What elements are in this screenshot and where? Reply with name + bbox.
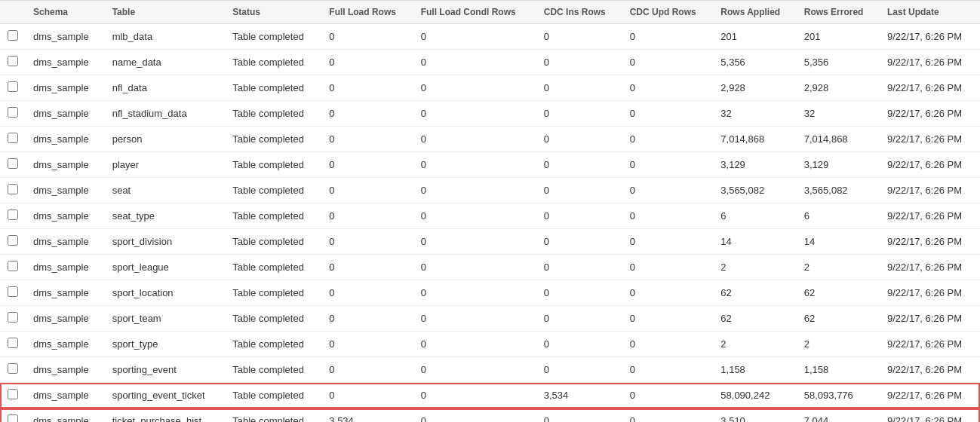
row-checkbox[interactable] [8, 286, 18, 297]
row-c4: 0 [622, 280, 714, 306]
row-checkbox[interactable] [8, 261, 18, 271]
row-checkbox[interactable] [8, 30, 18, 41]
row-rows: 3,510 [713, 408, 796, 423]
row-schema: dms_sample [26, 229, 105, 255]
row-rows: 3,565,082 [713, 178, 796, 203]
row-checkbox[interactable] [8, 414, 18, 422]
table-row: dms_sample name_data Table completed 0 0… [0, 50, 980, 75]
row-table: sporting_event_ticket [105, 383, 226, 408]
table-row: dms_sample sporting_event_ticket Table c… [0, 383, 980, 408]
row-c3: 0 [536, 306, 622, 332]
row-c4: 0 [622, 101, 714, 127]
row-checkbox[interactable] [8, 107, 18, 118]
row-checkbox-cell [0, 24, 26, 50]
row-status: Table completed [225, 383, 321, 408]
col-status: Status [225, 1, 321, 24]
row-c2: 0 [413, 408, 536, 423]
row-schema: dms_sample [26, 306, 105, 332]
table-header-row: Schema Table Status Full Load Rows Full … [0, 1, 980, 24]
data-table: Schema Table Status Full Load Rows Full … [0, 0, 980, 422]
row-total: 62 [797, 280, 880, 306]
row-table: nfl_data [105, 75, 226, 101]
row-c1: 0 [321, 280, 413, 306]
row-status: Table completed [225, 357, 321, 383]
row-c2: 0 [413, 127, 536, 152]
row-table: ticket_purchase_hist [105, 408, 226, 423]
row-schema: dms_sample [26, 127, 105, 152]
row-total: 201 [797, 24, 880, 50]
row-checkbox-cell [0, 280, 26, 306]
row-schema: dms_sample [26, 203, 105, 229]
row-checkbox[interactable] [8, 81, 18, 92]
col-c3: CDC Ins Rows [536, 1, 622, 24]
row-c2: 0 [413, 75, 536, 101]
row-updated: 9/22/17, 6:26 PM [880, 332, 980, 357]
row-checkbox-cell [0, 408, 26, 423]
row-updated: 9/22/17, 6:26 PM [880, 24, 980, 50]
row-c3: 0 [536, 357, 622, 383]
row-checkbox[interactable] [8, 338, 18, 348]
row-checkbox[interactable] [8, 133, 18, 143]
row-c2: 0 [413, 152, 536, 178]
row-c3: 0 [536, 255, 622, 280]
row-c1: 0 [321, 24, 413, 50]
row-table: seat [105, 178, 226, 203]
row-checkbox[interactable] [8, 158, 18, 169]
row-checkbox-cell [0, 178, 26, 203]
row-updated: 9/22/17, 6:26 PM [880, 357, 980, 383]
row-table: mlb_data [105, 24, 226, 50]
row-updated: 9/22/17, 6:26 PM [880, 152, 980, 178]
row-checkbox[interactable] [8, 56, 18, 66]
row-c4: 0 [622, 306, 714, 332]
col-schema: Schema [26, 1, 105, 24]
row-checkbox[interactable] [8, 209, 18, 220]
row-checkbox[interactable] [8, 389, 18, 399]
row-schema: dms_sample [26, 50, 105, 75]
row-schema: dms_sample [26, 178, 105, 203]
row-rows: 14 [713, 229, 796, 255]
row-status: Table completed [225, 255, 321, 280]
row-schema: dms_sample [26, 383, 105, 408]
row-status: Table completed [225, 152, 321, 178]
row-checkbox-cell [0, 203, 26, 229]
row-updated: 9/22/17, 6:26 PM [880, 178, 980, 203]
row-c4: 0 [622, 332, 714, 357]
row-rows: 6 [713, 203, 796, 229]
row-c4: 0 [622, 178, 714, 203]
row-total: 2 [797, 255, 880, 280]
row-c4: 0 [622, 127, 714, 152]
row-c1: 0 [321, 229, 413, 255]
row-c3: 0 [536, 229, 622, 255]
row-table: sport_type [105, 332, 226, 357]
col-c4: CDC Upd Rows [622, 1, 714, 24]
row-status: Table completed [225, 306, 321, 332]
row-checkbox[interactable] [8, 235, 18, 246]
row-rows: 58,090,242 [713, 383, 796, 408]
table-row: dms_sample sport_team Table completed 0 … [0, 306, 980, 332]
row-c4: 0 [622, 50, 714, 75]
row-total: 2,928 [797, 75, 880, 101]
row-c1: 3,534 [321, 408, 413, 423]
row-updated: 9/22/17, 6:26 PM [880, 127, 980, 152]
row-c1: 0 [321, 75, 413, 101]
row-total: 7,014,868 [797, 127, 880, 152]
row-checkbox[interactable] [8, 312, 18, 323]
row-c4: 0 [622, 24, 714, 50]
row-c2: 0 [413, 229, 536, 255]
row-c4: 0 [622, 229, 714, 255]
row-total: 14 [797, 229, 880, 255]
row-checkbox[interactable] [8, 184, 18, 194]
row-table: seat_type [105, 203, 226, 229]
row-c3: 0 [536, 152, 622, 178]
row-total: 58,093,776 [797, 383, 880, 408]
row-c2: 0 [413, 357, 536, 383]
row-checkbox-cell [0, 332, 26, 357]
row-c1: 0 [321, 152, 413, 178]
row-updated: 9/22/17, 6:26 PM [880, 229, 980, 255]
row-rows: 32 [713, 101, 796, 127]
row-checkbox[interactable] [8, 363, 18, 374]
row-checkbox-cell [0, 383, 26, 408]
row-c3: 0 [536, 332, 622, 357]
col-total: Rows Errored [797, 1, 880, 24]
row-checkbox-cell [0, 75, 26, 101]
